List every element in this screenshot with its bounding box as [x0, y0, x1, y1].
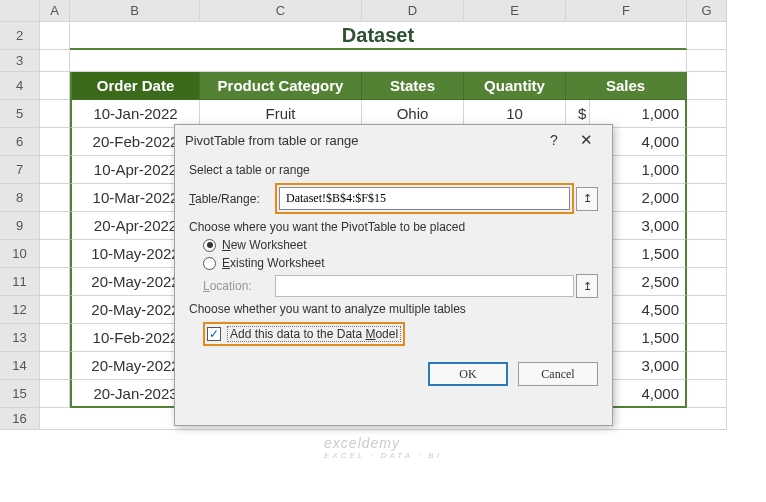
col-header[interactable]: D: [362, 0, 464, 22]
th-sales[interactable]: Sales: [566, 72, 687, 100]
corner-cell[interactable]: [0, 0, 40, 22]
row-header[interactable]: 10: [0, 240, 40, 268]
ok-button[interactable]: OK: [428, 362, 508, 386]
section-label: Select a table or range: [189, 163, 598, 177]
close-button[interactable]: ✕: [568, 131, 604, 149]
collapse-range-button[interactable]: ↥: [576, 187, 598, 211]
th-order-date[interactable]: Order Date: [70, 72, 200, 100]
pivottable-dialog: PivotTable from table or range ? ✕ Selec…: [174, 124, 613, 426]
section-label: Choose whether you want to analyze multi…: [189, 302, 598, 316]
help-button[interactable]: ?: [540, 132, 568, 148]
th-product-category[interactable]: Product Category: [200, 72, 362, 100]
radio-icon: [203, 239, 216, 252]
table-range-input[interactable]: [279, 187, 570, 210]
data-model-highlight: ✓ Add this data to the Data Model: [203, 322, 405, 346]
col-header[interactable]: E: [464, 0, 566, 22]
location-label: Location:: [203, 279, 275, 293]
row-header[interactable]: 13: [0, 324, 40, 352]
row-header[interactable]: 15: [0, 380, 40, 408]
cancel-button[interactable]: Cancel: [518, 362, 598, 386]
row-header[interactable]: 4: [0, 72, 40, 100]
range-highlight: [275, 183, 574, 214]
row-header[interactable]: 9: [0, 212, 40, 240]
table-range-label: Table/Range:: [189, 192, 275, 206]
row-header[interactable]: 5: [0, 100, 40, 128]
radio-icon: [203, 257, 216, 270]
row-header[interactable]: 11: [0, 268, 40, 296]
row-header[interactable]: 6: [0, 128, 40, 156]
th-quantity[interactable]: Quantity: [464, 72, 566, 100]
watermark: exceldemy EXCEL · DATA · BI: [324, 435, 442, 460]
radio-existing-worksheet[interactable]: Existing Worksheet: [203, 256, 598, 270]
sheet-title[interactable]: Dataset: [70, 22, 687, 50]
col-header[interactable]: A: [40, 0, 70, 22]
row-header[interactable]: 16: [0, 408, 40, 430]
radio-new-worksheet[interactable]: New Worksheet: [203, 238, 598, 252]
section-label: Choose where you want the PivotTable to …: [189, 220, 598, 234]
checkbox-data-model[interactable]: ✓: [207, 327, 221, 341]
col-header[interactable]: B: [70, 0, 200, 22]
dialog-title-text: PivotTable from table or range: [185, 133, 358, 148]
dialog-titlebar[interactable]: PivotTable from table or range ? ✕: [175, 125, 612, 155]
row-header[interactable]: 3: [0, 50, 40, 72]
row-header[interactable]: 7: [0, 156, 40, 184]
col-header[interactable]: C: [200, 0, 362, 22]
col-header[interactable]: F: [566, 0, 687, 22]
th-states[interactable]: States: [362, 72, 464, 100]
row-header[interactable]: 2: [0, 22, 40, 50]
collapse-location-button[interactable]: ↥: [576, 274, 598, 298]
location-input[interactable]: [275, 275, 574, 297]
row-header[interactable]: 12: [0, 296, 40, 324]
col-header[interactable]: G: [687, 0, 727, 22]
row-header[interactable]: 8: [0, 184, 40, 212]
row-header[interactable]: 14: [0, 352, 40, 380]
checkbox-label: Add this data to the Data Model: [227, 326, 401, 342]
